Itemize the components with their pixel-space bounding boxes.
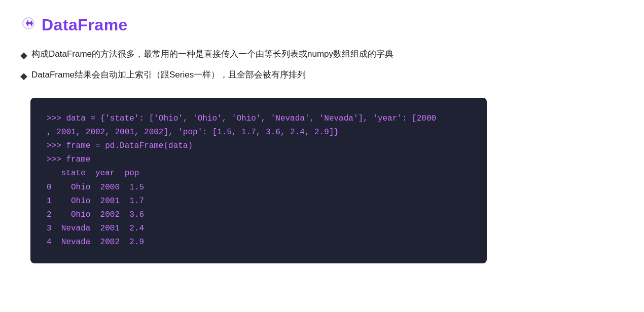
code-line-9: 3 Nevada 2001 2.4 [47, 222, 471, 236]
bullet-icon-2: ◆ [20, 69, 27, 84]
title-icon [20, 15, 37, 35]
bullet-item-2: ◆ DataFrame结果会自动加上索引（跟Series一样），且全部会被有序排… [20, 68, 624, 84]
bullet-text-1: 构成DataFrame的方法很多，最常用的一种是直接传入一个由等长列表或nump… [31, 47, 393, 61]
bullet-item-1: ◆ 构成DataFrame的方法很多，最常用的一种是直接传入一个由等长列表或nu… [20, 47, 624, 63]
page-title-section: DataFrame [20, 15, 624, 35]
code-line-4: >>> frame [47, 153, 471, 167]
code-line-3: >>> frame = pd.DataFrame(data) [47, 139, 471, 153]
code-line-10: 4 Nevada 2002 2.9 [47, 236, 471, 249]
description-list: ◆ 构成DataFrame的方法很多，最常用的一种是直接传入一个由等长列表或nu… [20, 47, 624, 84]
bullet-icon-1: ◆ [20, 48, 27, 63]
bullet-text-2: DataFrame结果会自动加上索引（跟Series一样），且全部会被有序排列 [31, 68, 306, 82]
code-line-7: 1 Ohio 2001 1.7 [47, 194, 471, 208]
page-container: DataFrame ◆ 构成DataFrame的方法很多，最常用的一种是直接传入… [20, 15, 624, 263]
code-line-8: 2 Ohio 2002 3.6 [47, 208, 471, 222]
main-title: DataFrame [42, 16, 128, 34]
code-line-6: 0 Ohio 2000 1.5 [47, 181, 471, 194]
code-line-1: >>> data = {'state': ['Ohio', 'Ohio', 'O… [47, 112, 471, 126]
code-block: >>> data = {'state': ['Ohio', 'Ohio', 'O… [30, 98, 487, 264]
code-line-5: state year pop [47, 167, 471, 180]
code-line-2: , 2001, 2002, 2001, 2002], 'pop': [1.5, … [47, 126, 471, 139]
